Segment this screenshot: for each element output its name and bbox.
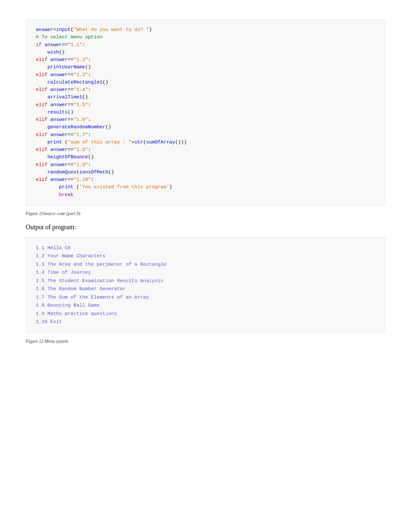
output-block: 1.1 Hello C# 1.2 Your Name Characters 1.… <box>26 237 385 333</box>
menu-item-1: 1.1 Hello C# <box>36 245 71 251</box>
menu-item-3: 1.3 The Area and the perimeter of a Rect… <box>36 262 166 267</box>
menu-item-8: 1.8 Bouncing Ball Game <box>36 303 100 308</box>
menu-item-9: 1.9 Maths practice questions <box>36 311 117 317</box>
output-heading: Output of program: <box>26 223 385 231</box>
menu-item-5: 1.5 The Student Examination Results Anal… <box>36 278 163 284</box>
menu-item-10: 1.10 Exit <box>36 319 62 325</box>
figure12-caption: Figure 12 Menu system <box>26 339 385 344</box>
menu-item-6: 1.6 The Random Number Generator <box>36 286 126 292</box>
menu-item-2: 1.2 Your Name Characters <box>36 253 105 259</box>
menu-item-7: 1.7 The Sum of the Elements of an Array <box>36 295 149 300</box>
menu-item-4: 1.4 Time of Journey <box>36 270 91 275</box>
figure11-caption: Figure 11Source code (part 9) <box>26 211 385 216</box>
code-block-part9: answer=input("What do you want to do? ")… <box>26 19 385 205</box>
